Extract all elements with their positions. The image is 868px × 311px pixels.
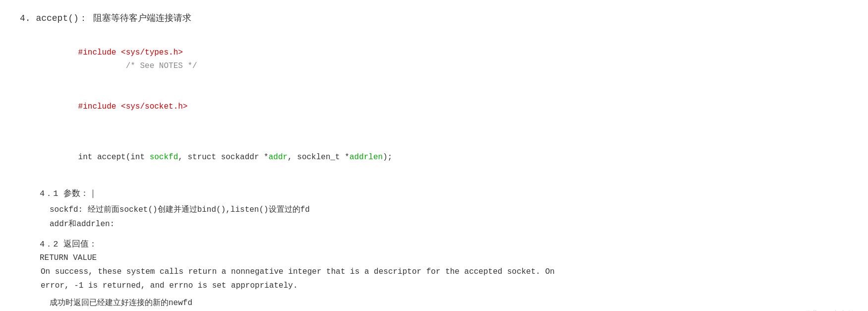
include-line-1: #include <sys/types.h> /* See NOTES */ — [50, 33, 848, 87]
include1-text: #include <sys/types.h> — [78, 48, 183, 57]
subsection-4-1-param1: sockfd: 经过前面socket()创建并通过bind(),listen()… — [50, 203, 848, 217]
func-addr: addr — [269, 153, 288, 162]
page-container: 4. accept()： 阻塞等待客户端连接请求 #include <sys/t… — [0, 0, 868, 311]
subsection-4-1-title: 4．1 参数：｜ — [40, 187, 848, 199]
subsection-4-2: 4．2 返回值： RETURN VALUE On success, these … — [40, 238, 848, 308]
return-value-chinese: 成功时返回已经建立好连接的新的newfd — [50, 298, 848, 308]
func-signature-line: int accept(int sockfd, struct sockaddr *… — [50, 137, 848, 178]
func-sockfd: sockfd — [150, 153, 178, 162]
func-addrlen: addrlen — [349, 153, 383, 162]
return-value-line2: error, -1 is returned, and errno is set … — [41, 279, 848, 293]
subsection-4-1-param2: addr和addrlen: — [50, 217, 848, 232]
func-prefix: int accept(int — [78, 153, 150, 162]
return-value-label: RETURN VALUE — [40, 253, 848, 262]
func-comma: , socklen_t * — [288, 153, 349, 162]
param2-label: addr和addrlen: — [50, 220, 115, 229]
subsection-4-2-title: 4．2 返回值： — [40, 238, 848, 249]
include1-comment: /* See NOTES */ — [78, 62, 197, 70]
code-include-block: #include <sys/types.h> /* See NOTES */ #… — [50, 33, 848, 127]
param1-label: sockfd: 经过前面socket()创建并通过bind(),listen()… — [50, 205, 310, 214]
func-middle: , struct sockaddr * — [178, 153, 268, 162]
section-title: 4. accept()： 阻塞等待客户端连接请求 — [20, 12, 848, 24]
include2-text: #include <sys/socket.h> — [78, 102, 188, 111]
code-func-block: int accept(int sockfd, struct sockaddr *… — [50, 137, 848, 178]
include-line-2: #include <sys/socket.h> — [50, 87, 848, 127]
return-value-line1: On success, these system calls return a … — [41, 265, 848, 279]
subsection-4-1: 4．1 参数：｜ sockfd: 经过前面socket()创建并通过bind()… — [40, 187, 848, 232]
func-end: ); — [383, 153, 392, 162]
